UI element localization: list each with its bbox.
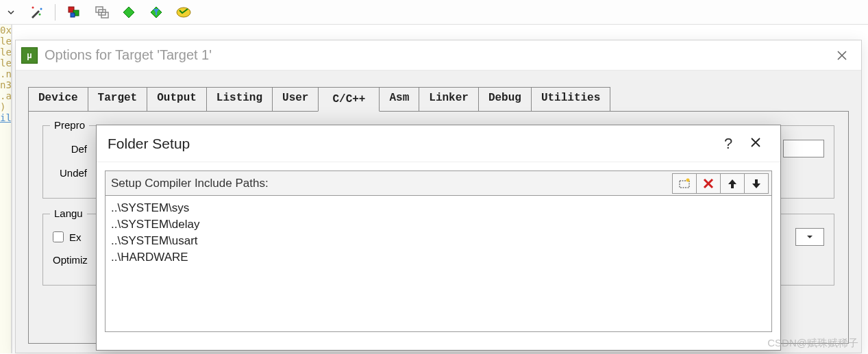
options-tabs: Device Target Output Listing User C/C++ … bbox=[28, 87, 849, 111]
path-moveup-button[interactable] bbox=[720, 173, 745, 194]
diamond-funnel-icon[interactable] bbox=[147, 3, 165, 21]
preprocessor-label: Prepro bbox=[50, 119, 89, 131]
path-header: Setup Compiler Include Paths: bbox=[105, 170, 772, 195]
path-item[interactable]: ..\SYSTEM\usart bbox=[111, 233, 766, 249]
folder-help-button[interactable]: ? bbox=[715, 135, 742, 153]
chevron-down-icon bbox=[806, 234, 813, 240]
watermark: CSDN@赋珠赋稀子 bbox=[767, 337, 858, 350]
svg-rect-5 bbox=[71, 13, 75, 17]
editor-gutter: 0xlelele.nn3.a)il bbox=[0, 25, 12, 353]
boxes-icon[interactable] bbox=[65, 3, 83, 21]
toolbar-dropdown[interactable] bbox=[4, 4, 18, 21]
options-close-button[interactable] bbox=[828, 45, 856, 66]
svg-point-11 bbox=[686, 178, 690, 181]
tab-utilities[interactable]: Utilities bbox=[531, 87, 610, 111]
define-input[interactable] bbox=[783, 140, 824, 157]
folder-titlebar: Folder Setup ? bbox=[97, 125, 780, 162]
ex-checkbox-label: Ex bbox=[69, 231, 82, 243]
svg-point-0 bbox=[32, 6, 34, 8]
folder-title: Folder Setup bbox=[108, 136, 715, 152]
close-icon bbox=[749, 136, 762, 149]
path-header-label: Setup Compiler Include Paths: bbox=[108, 177, 673, 190]
lang-dropdown[interactable] bbox=[795, 228, 824, 246]
tab-linker[interactable]: Linker bbox=[419, 87, 479, 111]
cascade-icon[interactable] bbox=[92, 3, 110, 21]
ex-checkbox[interactable] bbox=[53, 231, 64, 242]
folder-close-button[interactable] bbox=[742, 135, 769, 153]
wizard-icon[interactable] bbox=[27, 3, 45, 21]
undefine-label: Undef bbox=[53, 167, 87, 179]
tab-asm[interactable]: Asm bbox=[379, 87, 419, 111]
delete-icon bbox=[702, 177, 715, 190]
chevron-down-icon bbox=[7, 8, 15, 16]
path-item[interactable]: ..\HARDWARE bbox=[111, 249, 766, 266]
close-icon bbox=[836, 50, 847, 61]
arrow-up-icon bbox=[727, 177, 738, 190]
diamond-green-icon[interactable] bbox=[120, 3, 138, 21]
ellipse-icon[interactable] bbox=[175, 3, 193, 21]
options-title: Options for Target 'Target 1' bbox=[45, 47, 828, 63]
arrow-down-icon bbox=[751, 177, 762, 190]
path-item[interactable]: ..\SYSTEM\sys bbox=[111, 200, 766, 216]
svg-point-1 bbox=[40, 8, 42, 10]
language-label: Langu bbox=[50, 207, 87, 219]
main-toolbar bbox=[0, 0, 868, 25]
options-titlebar: μ Options for Target 'Target 1' bbox=[16, 40, 861, 71]
uvision-icon: μ bbox=[21, 47, 38, 64]
tab-ccpp[interactable]: C/C++ bbox=[318, 87, 380, 112]
folder-setup-dialog: Folder Setup ? Setup Compiler Include Pa… bbox=[96, 125, 781, 351]
new-item-icon bbox=[678, 177, 691, 190]
tab-debug[interactable]: Debug bbox=[478, 87, 532, 111]
define-label: Def bbox=[53, 143, 87, 155]
path-item[interactable]: ..\SYSTEM\delay bbox=[111, 216, 766, 233]
svg-point-2 bbox=[39, 13, 41, 15]
include-paths-list[interactable]: ..\SYSTEM\sys ..\SYSTEM\delay ..\SYSTEM\… bbox=[105, 195, 772, 332]
path-new-button[interactable] bbox=[672, 173, 697, 194]
path-delete-button[interactable] bbox=[696, 173, 721, 194]
optimize-label: Optimiz bbox=[53, 254, 88, 266]
svg-rect-10 bbox=[680, 181, 689, 188]
tab-target[interactable]: Target bbox=[88, 87, 148, 111]
tab-output[interactable]: Output bbox=[147, 87, 207, 111]
tab-user[interactable]: User bbox=[272, 87, 319, 111]
tab-listing[interactable]: Listing bbox=[206, 87, 273, 111]
tab-device[interactable]: Device bbox=[28, 87, 88, 111]
path-movedown-button[interactable] bbox=[744, 173, 769, 194]
